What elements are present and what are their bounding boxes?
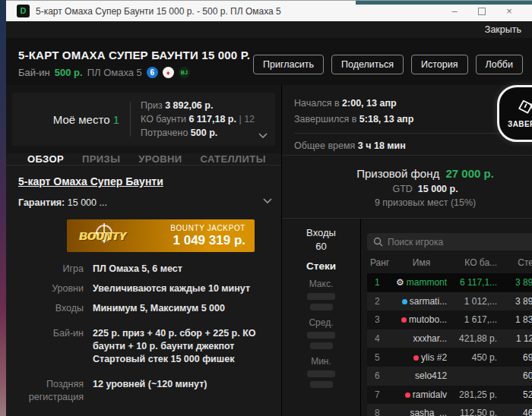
app-logo-letter: D: [21, 7, 27, 15]
game-type-label: ПЛ Омаха 5: [87, 67, 142, 78]
started-row: Начался в 2:00, 13 апр: [294, 96, 532, 112]
table-row[interactable]: 7 ramidalv 281,25 р. 529,42 р.: [367, 386, 532, 405]
entries-label: Входы: [282, 226, 360, 240]
columns: Моё место 1 Приз 3 892,06 р. КО баунти 6…: [6, 85, 532, 416]
table-row[interactable]: 5 ylis #2 450 р. 696,30 р.: [367, 348, 532, 367]
guarantee-value: 15 000 ...: [68, 197, 107, 208]
table-row[interactable]: 4 xxxhar... 421,88 р. 1 129,11 р.: [367, 329, 532, 348]
buyin-value: 500 р.: [55, 67, 83, 78]
my-place-label-wrap: Моё место 1: [12, 113, 130, 126]
max-stack-placeholder: [307, 293, 335, 300]
page-header: 5-КАРТ ОМАХА СУПЕР БАУНТИ 15 000 Р. Бай-…: [6, 38, 532, 85]
tab-overview[interactable]: ОБЗОР: [27, 153, 64, 165]
titlebar: D 5-карт Омаха Супер Баунти 15 000 р. - …: [6, 0, 532, 21]
table-row[interactable]: 1 ⚙mammont 6 117,1... 3 892,06 р.: [367, 273, 532, 292]
maximize-icon: [478, 8, 486, 15]
background-window-strip: [0, 0, 6, 416]
guarantee-label: Гарантия:: [18, 197, 65, 208]
share-button[interactable]: Поделиться: [331, 55, 404, 74]
invite-button[interactable]: Пригласить: [253, 55, 324, 74]
max-stack-label: Макс.: [282, 279, 360, 289]
status-block: Начался в 2:00, 13 апр Завершился в 5:18…: [282, 85, 532, 156]
buyin-label: Бай-ин: [18, 67, 50, 78]
bounty-chip-icon: ♦: [163, 67, 174, 78]
paid-places-row: 9 призовых мест (15%): [282, 197, 532, 208]
tab-satellites[interactable]: САТЕЛЛИТЫ: [201, 153, 266, 165]
maximize-button[interactable]: [468, 2, 496, 20]
max-stack-placeholder2: [310, 304, 333, 310]
detail-row-entries: Входы Минимум 5, Максимум 5 000: [18, 302, 269, 315]
six-max-badge: 6: [147, 67, 158, 78]
search-icon: [373, 237, 383, 247]
app-logo-icon: D: [17, 5, 30, 17]
tournament-details: Игра ПЛ Омаха 5, 6 мест Уровни Увеличива…: [18, 263, 269, 416]
min-stack-placeholder2: [310, 381, 333, 388]
bounty-jackpot-banner: BOUNTY BOUNTY JACKPOT 1 049 319 р.: [67, 219, 255, 252]
avg-stack-label: Сред.: [282, 317, 360, 328]
detail-row-buyin: Бай-ин 225 р. приз + 40 р. сбор + 225 р.…: [18, 327, 269, 366]
window-controls: – ×: [441, 2, 523, 20]
player-search-box[interactable]: [367, 233, 532, 251]
close-button[interactable]: ×: [496, 2, 523, 20]
detail-row-game: Игра ПЛ Омаха 5, 6 мест: [18, 263, 269, 276]
table-row[interactable]: 8 sasha_... 112,50 р. 461,64 р.: [367, 404, 532, 416]
spent-line: Потрачено 500 р.: [141, 126, 255, 140]
banner-amount: 1 049 319 р.: [140, 233, 245, 248]
total-time-row: Общее время 3 ч 18 мин: [294, 138, 532, 154]
bottom-section: Входы 60 Стеки Макс. Сред. Мин.: [282, 219, 532, 416]
overview-expand-chevron-icon[interactable]: [263, 193, 272, 206]
prize-pool-row: Призовой фонд 27 000 р.: [282, 167, 532, 180]
guarantee-row: Гарантия: 15 000 ...: [18, 197, 269, 208]
ko-line: КО баунти 6 117,18 р. | 12: [141, 112, 255, 126]
tournament-lobby-window: D 5-карт Омаха Супер Баунти 15 000 р. - …: [0, 0, 532, 416]
tab-prizes[interactable]: ПРИЗЫ: [82, 153, 120, 165]
prize-pool-block: Призовой фонд 27 000 р. GTD 15 000 р. 9 …: [282, 156, 532, 219]
card-expand-chevron-icon[interactable]: [258, 128, 268, 141]
finished-badge: ЗАВЕРШЕН: [497, 85, 532, 142]
table-rows: 1 ⚙mammont 6 117,1... 3 892,06 р. 2 sarm…: [367, 273, 532, 416]
buyin-row: Бай-ин 500 р. ПЛ Омаха 5 6 ♦ BJ: [18, 67, 250, 78]
avg-stack-placeholder: [307, 332, 335, 339]
table-header: Ранг Имя КО ба... Стек/Приз: [367, 251, 532, 273]
my-place-label: Моё место: [53, 113, 110, 126]
status-dot: [402, 299, 407, 304]
table-row[interactable]: 3 mutobo... 1 617,... 1 831,96 р.: [367, 310, 532, 329]
status-dot: [401, 317, 407, 323]
close-bar: Закрыть: [6, 21, 532, 38]
prize-line: Приз 3 892,06 р.: [141, 99, 255, 112]
table-row[interactable]: 6 selo412 607,16 р.: [367, 367, 532, 386]
bounty-jackpot-badge: BJ: [179, 67, 190, 78]
history-button[interactable]: История: [411, 55, 467, 74]
table-row[interactable]: 2 sarmati... 1 012,... 3 890,71 р.: [367, 292, 532, 311]
overview-content: 5-карт Омаха Супер Баунти Гарантия: 15 0…: [6, 165, 281, 416]
tab-levels[interactable]: УРОВНИ: [138, 153, 182, 165]
entries-value: 60: [282, 240, 360, 254]
tab-bar: ОБЗОР ПРИЗЫ УРОВНИ САТЕЛЛИТЫ: [6, 153, 281, 165]
minimize-button[interactable]: –: [441, 2, 468, 20]
right-column: Начался в 2:00, 13 апр Завершился в 5:18…: [281, 85, 532, 416]
min-stack-placeholder: [307, 370, 335, 377]
lobby-content: 5-КАРТ ОМАХА СУПЕР БАУНТИ 15 000 Р. Бай-…: [6, 38, 532, 416]
status-dot: [413, 355, 419, 361]
close-window-link[interactable]: Закрыть: [485, 24, 521, 35]
stats-column: Входы 60 Стеки Макс. Сред. Мин.: [282, 219, 361, 416]
finished-row: Завершился в 5:18, 13 апр: [294, 112, 532, 128]
my-place-card: Моё место 1 Приз 3 892,06 р. КО баунти 6…: [12, 93, 275, 146]
background-window-edge: [356, 1, 532, 5]
banner-text: BOUNTY JACKPOT 1 049 319 р.: [140, 224, 255, 248]
crossed-flags-icon: [517, 99, 532, 118]
gtd-row: GTD 15 000 р.: [282, 184, 532, 194]
status-divider: [294, 133, 503, 134]
tournament-header: 5-КАРТ ОМАХА СУПЕР БАУНТИ 15 000 Р. Бай-…: [18, 46, 250, 85]
header-buttons: Пригласить Поделиться История Лобби: [253, 55, 523, 85]
players-table: ↺ Ранг Имя КО ба... Стек: [361, 219, 532, 416]
tournament-name-link[interactable]: 5-карт Омаха Супер Баунти: [18, 175, 269, 188]
min-stack-label: Мин.: [282, 356, 360, 367]
left-column: Моё место 1 Приз 3 892,06 р. КО баунти 6…: [6, 85, 281, 416]
status-dot: [405, 392, 410, 398]
lobby-button[interactable]: Лобби: [476, 55, 523, 74]
detail-row-levels: Уровни Увеличиваются каждые 10 минут: [18, 282, 269, 295]
banner-title: BOUNTY JACKPOT: [140, 224, 245, 232]
search-input[interactable]: [388, 237, 532, 247]
window-title: 5-карт Омаха Супер Баунти 15 000 р. - 50…: [36, 6, 441, 17]
